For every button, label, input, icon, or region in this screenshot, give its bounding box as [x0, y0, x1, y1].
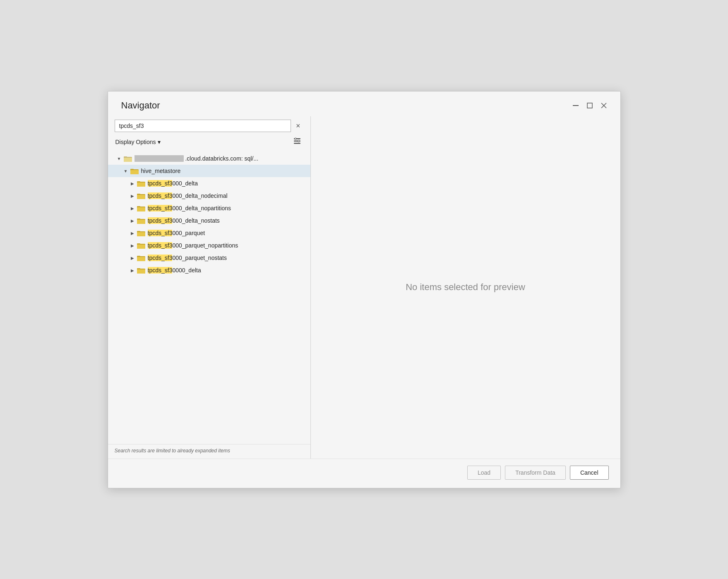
list-item[interactable]: tpcds_sf3000_parquet_nopartitions: [108, 239, 310, 252]
hive-folder-icon: [130, 168, 139, 174]
maximize-button[interactable]: [583, 99, 596, 112]
svg-rect-0: [573, 105, 579, 106]
load-button[interactable]: Load: [467, 466, 501, 480]
svg-rect-22: [137, 207, 145, 211]
expand-down-icon: [124, 168, 128, 173]
svg-rect-10: [124, 158, 132, 162]
hive-item-label: hive_metastore: [141, 168, 310, 174]
item-label: tpcds_sf3000_parquet: [148, 230, 310, 236]
search-note: Search results are limited to already ex…: [108, 444, 310, 459]
svg-rect-17: [137, 181, 140, 183]
item-expand-button[interactable]: [128, 266, 137, 275]
expand-right-icon: [131, 243, 134, 248]
hive-expand-button[interactable]: [121, 166, 130, 175]
svg-rect-16: [137, 183, 145, 187]
item-folder-icon: [137, 230, 145, 236]
svg-rect-31: [137, 245, 145, 249]
list-item[interactable]: tpcds_sf3000_delta_nopartitions: [108, 202, 310, 214]
expand-down-icon: [117, 156, 121, 161]
item-folder-icon: [137, 205, 145, 211]
svg-rect-35: [137, 256, 140, 257]
root-folder-icon: [124, 155, 132, 162]
tree-area: ████████████ .cloud.databricks.com: sql/…: [108, 151, 310, 442]
list-item[interactable]: tpcds_sf30000_delta: [108, 264, 310, 276]
expand-right-icon: [131, 268, 134, 273]
display-options-button[interactable]: Display Options ▾: [115, 137, 161, 147]
list-item[interactable]: tpcds_sf3000_delta_nodecimal: [108, 190, 310, 202]
svg-rect-19: [137, 195, 145, 199]
item-expand-button[interactable]: [128, 253, 137, 262]
item-expand-button[interactable]: [128, 216, 137, 225]
svg-rect-6: [294, 143, 300, 144]
item-folder-icon: [137, 180, 145, 187]
item-label: tpcds_sf3000_delta_nostats: [148, 217, 310, 224]
left-panel: × Display Options ▾: [108, 116, 311, 459]
tree-root-item[interactable]: ████████████ .cloud.databricks.com: sql/…: [108, 152, 310, 165]
svg-rect-32: [137, 243, 140, 245]
svg-rect-37: [137, 269, 145, 274]
svg-rect-29: [137, 231, 140, 232]
footer: Load Transform Data Cancel: [108, 459, 620, 488]
svg-rect-14: [130, 169, 134, 170]
svg-rect-38: [137, 268, 140, 269]
svg-rect-25: [137, 220, 145, 224]
right-panel: No items selected for preview: [311, 116, 620, 459]
item-label: tpcds_sf3000_delta_nodecimal: [148, 192, 310, 199]
expand-right-icon: [131, 231, 134, 235]
cancel-button[interactable]: Cancel: [570, 466, 609, 480]
svg-rect-11: [124, 156, 127, 158]
item-label: tpcds_sf3000_parquet_nostats: [148, 255, 310, 261]
options-row: Display Options ▾: [115, 135, 304, 149]
view-options-icon-button[interactable]: [291, 135, 304, 149]
root-item-label: ████████████ .cloud.databricks.com: sql/…: [135, 155, 310, 162]
item-expand-button[interactable]: [128, 228, 137, 238]
svg-rect-26: [137, 219, 140, 220]
item-label: tpcds_sf3000_delta: [148, 180, 310, 187]
svg-rect-23: [137, 206, 140, 207]
expand-right-icon: [131, 218, 134, 223]
list-item[interactable]: tpcds_sf3000_delta_nostats: [108, 214, 310, 227]
search-clear-button[interactable]: ×: [293, 120, 304, 131]
display-options-label: Display Options: [115, 139, 156, 145]
item-label: tpcds_sf3000_parquet_nopartitions: [148, 242, 310, 249]
no-preview-label: No items selected for preview: [406, 282, 525, 293]
expand-right-icon: [131, 181, 134, 186]
item-folder-icon: [137, 267, 145, 274]
item-folder-icon: [137, 242, 145, 249]
item-folder-icon: [137, 255, 145, 261]
root-domain: .cloud.databricks.com: sql/...: [185, 155, 258, 162]
item-label: tpcds_sf3000_delta_nopartitions: [148, 205, 310, 211]
minimize-button[interactable]: [569, 99, 582, 112]
close-button[interactable]: [597, 99, 610, 112]
item-expand-button[interactable]: [128, 204, 137, 213]
svg-rect-20: [137, 194, 140, 195]
search-row: ×: [115, 120, 304, 132]
list-item[interactable]: tpcds_sf3000_parquet_nostats: [108, 252, 310, 264]
navigator-dialog: Navigator × Display Optio: [108, 91, 621, 488]
item-expand-button[interactable]: [128, 179, 137, 188]
list-item[interactable]: tpcds_sf3000_parquet: [108, 227, 310, 239]
chevron-down-icon: ▾: [158, 139, 161, 145]
item-folder-icon: [137, 217, 145, 224]
svg-rect-28: [137, 232, 145, 236]
content-area: × Display Options ▾: [108, 116, 620, 459]
transform-data-button[interactable]: Transform Data: [505, 466, 566, 480]
root-expand-button[interactable]: [115, 154, 124, 163]
svg-rect-1: [587, 103, 592, 108]
item-expand-button[interactable]: [128, 191, 137, 200]
expand-right-icon: [131, 193, 134, 198]
svg-rect-34: [137, 257, 145, 261]
item-expand-button[interactable]: [128, 241, 137, 250]
item-folder-icon: [137, 192, 145, 199]
title-bar: Navigator: [108, 91, 620, 116]
svg-point-8: [298, 140, 300, 142]
item-label: tpcds_sf30000_delta: [148, 267, 310, 274]
expand-right-icon: [131, 206, 134, 211]
list-item[interactable]: tpcds_sf3000_delta: [108, 177, 310, 190]
svg-point-7: [295, 138, 296, 139]
hive-metastore-item[interactable]: hive_metastore: [108, 165, 310, 177]
dialog-title: Navigator: [121, 100, 160, 111]
expand-right-icon: [131, 255, 134, 260]
title-bar-controls: [569, 99, 610, 112]
search-input[interactable]: [115, 120, 291, 132]
